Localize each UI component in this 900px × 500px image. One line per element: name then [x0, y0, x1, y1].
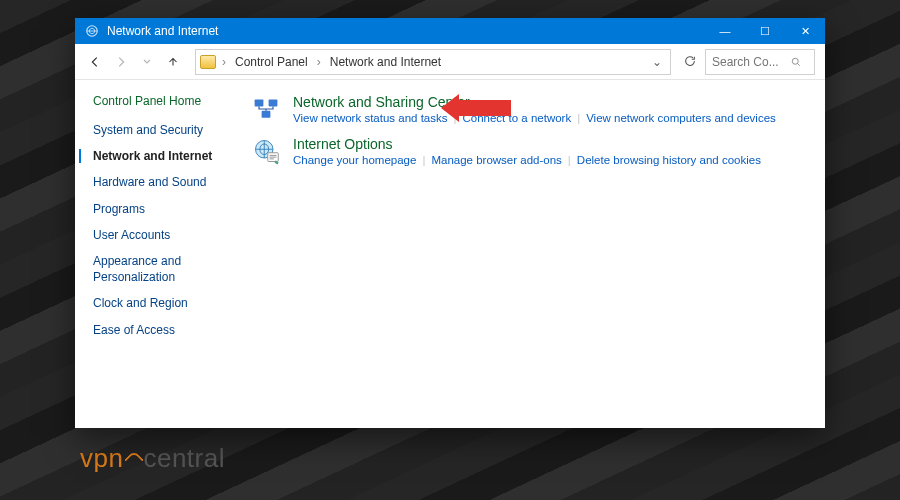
network-sharing-center-links: View network status and tasks|Connect to…: [293, 112, 776, 124]
navigation-bar: › Control Panel › Network and Internet ⌄: [75, 44, 825, 80]
up-button[interactable]: [163, 52, 183, 72]
network-sharing-center-icon: [249, 94, 283, 124]
internet-options-icon: [249, 136, 283, 166]
sidebar-item-2[interactable]: Hardware and Sound: [93, 174, 233, 190]
window-title: Network and Internet: [107, 24, 705, 38]
network-sharing-center-link-2[interactable]: View network computers and devices: [586, 112, 776, 124]
svg-point-1: [792, 58, 798, 64]
internet-options-title[interactable]: Internet Options: [293, 136, 761, 152]
internet-options-link-0[interactable]: Change your homepage: [293, 154, 416, 166]
sidebar-item-3[interactable]: Programs: [93, 201, 233, 217]
svg-rect-4: [262, 111, 271, 118]
category-network-sharing-center: Network and Sharing CenterView network s…: [249, 94, 805, 124]
folder-icon: [200, 55, 216, 69]
forward-button[interactable]: [111, 52, 131, 72]
network-sharing-center-link-1[interactable]: Connect to a network: [462, 112, 571, 124]
network-icon: [83, 22, 101, 40]
wifi-icon: [124, 445, 142, 467]
main-content: Network and Sharing CenterView network s…: [245, 80, 825, 428]
sidebar-item-4[interactable]: User Accounts: [93, 227, 233, 243]
sidebar-item-1[interactable]: Network and Internet: [93, 148, 233, 164]
internet-options-links: Change your homepage|Manage browser add-…: [293, 154, 761, 166]
sidebar-item-5[interactable]: Appearance and Personalization: [93, 253, 233, 285]
sidebar: Control Panel Home System and SecurityNe…: [75, 80, 245, 428]
svg-rect-3: [269, 99, 278, 106]
sidebar-header[interactable]: Control Panel Home: [93, 94, 233, 108]
network-sharing-center-link-0[interactable]: View network status and tasks: [293, 112, 447, 124]
close-button[interactable]: ✕: [785, 18, 825, 44]
network-sharing-center-title[interactable]: Network and Sharing Center: [293, 94, 776, 110]
chevron-right-icon: ›: [317, 55, 321, 69]
sidebar-item-0[interactable]: System and Security: [93, 122, 233, 138]
sidebar-item-6[interactable]: Clock and Region: [93, 295, 233, 311]
control-panel-window: Network and Internet — ☐ ✕ › Control Pan…: [75, 18, 825, 428]
breadcrumb-root[interactable]: Control Panel: [232, 53, 311, 71]
sidebar-item-7[interactable]: Ease of Access: [93, 322, 233, 338]
internet-options-link-2[interactable]: Delete browsing history and cookies: [577, 154, 761, 166]
search-icon: [790, 56, 802, 68]
watermark-logo: vpncentral: [80, 443, 225, 474]
internet-options-link-1[interactable]: Manage browser add-ons: [431, 154, 561, 166]
address-dropdown-icon[interactable]: ⌄: [648, 55, 666, 69]
search-box[interactable]: [705, 49, 815, 75]
chevron-right-icon: ›: [222, 55, 226, 69]
minimize-button[interactable]: —: [705, 18, 745, 44]
back-button[interactable]: [85, 52, 105, 72]
svg-rect-2: [255, 99, 264, 106]
recent-dropdown-icon[interactable]: [137, 52, 157, 72]
breadcrumb-current[interactable]: Network and Internet: [327, 53, 444, 71]
window-titlebar[interactable]: Network and Internet — ☐ ✕: [75, 18, 825, 44]
refresh-button[interactable]: [683, 54, 699, 70]
address-bar[interactable]: › Control Panel › Network and Internet ⌄: [195, 49, 671, 75]
category-internet-options: Internet OptionsChange your homepage|Man…: [249, 136, 805, 166]
maximize-button[interactable]: ☐: [745, 18, 785, 44]
search-input[interactable]: [712, 55, 784, 69]
